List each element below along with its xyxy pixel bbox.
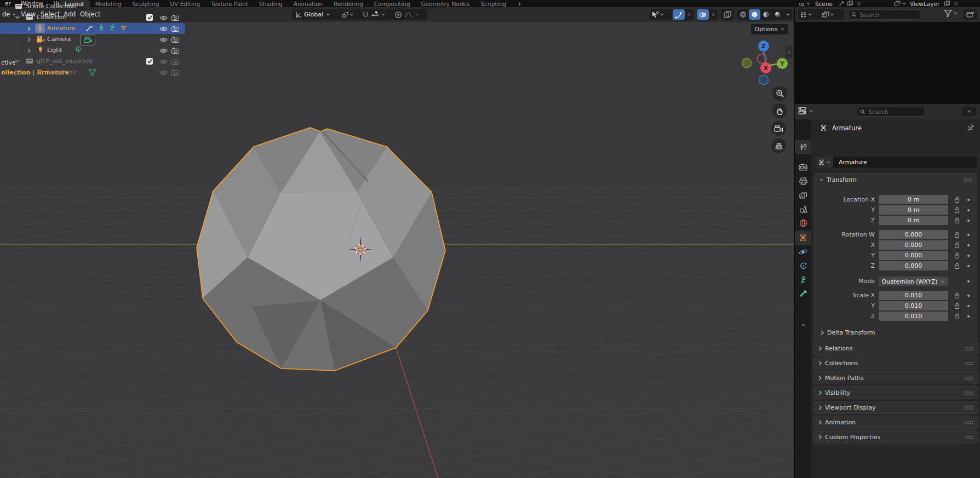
animate-dot[interactable] [967,255,970,257]
tab-rendering[interactable]: Rendering [328,0,369,7]
gizmo-minus-z[interactable] [759,76,769,85]
hide-eye-icon[interactable] [159,26,168,32]
properties-options-dropdown[interactable] [962,107,976,116]
unlink-scene-icon[interactable] [856,1,862,7]
animate-dot[interactable] [967,305,970,307]
zoom-tool-button[interactable] [772,86,787,101]
scene-name[interactable]: Scene [811,1,837,7]
panel-drag-handle[interactable] [965,435,973,439]
pivot-point-dropdown[interactable] [340,9,360,20]
lock-open-icon[interactable] [954,303,960,309]
transform-orientation-dropdown[interactable]: Global [292,9,342,20]
outliner-row-scene-collection[interactable]: Scene Collection [0,1,185,12]
new-collection-button[interactable] [964,9,977,20]
object-tab-active[interactable] [795,231,811,245]
lock-open-icon[interactable] [954,263,960,269]
snap-magnet-icon[interactable] [362,11,369,18]
new-scene-icon[interactable] [847,1,853,7]
disable-render-icon[interactable] [171,69,179,76]
rotation-y-field[interactable]: 0.000 [879,251,948,260]
expand-arrow-icon[interactable] [27,26,31,31]
outliner-row-light[interactable]: Light [0,45,185,56]
tab-overflow-chevron[interactable] [795,318,811,332]
expand-arrow-icon[interactable] [27,48,31,53]
shading-material-button[interactable] [760,9,772,20]
lock-open-icon[interactable] [954,232,960,238]
rotation-x-field[interactable]: 0.000 [879,240,948,250]
proportional-editing-icon[interactable] [394,11,402,19]
show-overlays-toggle[interactable] [697,9,709,20]
outliner-row-collection[interactable]: Collection [0,12,185,23]
motion-paths-panel[interactable]: Motion Paths [813,371,978,384]
animate-dot[interactable] [967,265,970,267]
xray-toggle[interactable] [721,9,734,20]
gizmo-x-axis[interactable]: X [760,62,771,73]
scene-tab[interactable] [795,202,811,216]
collections-panel[interactable]: Collections [813,356,978,370]
viewport-3d[interactable]: ctive ollection | Armature Options Z Y X [0,22,794,478]
rotation-z-field[interactable]: 0.000 [879,261,948,270]
exclude-checkbox-checked[interactable] [146,58,153,65]
gizmo-y-axis[interactable]: Y [777,58,788,69]
animate-dot[interactable] [967,220,970,222]
hide-eye-icon[interactable] [159,59,168,65]
animate-dot[interactable] [967,199,970,201]
chevron-down-icon[interactable] [381,13,386,16]
gizmo-z-axis[interactable]: Z [758,41,769,51]
animation-panel[interactable]: Animation [813,416,978,429]
filter-dropdown[interactable] [944,9,958,17]
lock-open-icon[interactable] [954,242,960,249]
sidebar-toggle[interactable]: ‹ [786,46,793,58]
rotation-mode-dropdown[interactable]: Quaternion (WXYZ) [879,277,948,286]
panel-drag-handle[interactable] [965,391,973,395]
shading-wireframe-button[interactable] [737,9,749,20]
tab-shading[interactable]: Shading [254,0,288,7]
gizmos-dropdown[interactable] [685,9,694,20]
location-z-field[interactable]: 0 m [879,216,948,225]
breadcrumb-object-name[interactable]: Armature [832,124,862,132]
show-gizmos-toggle[interactable] [673,9,685,20]
editor-type-dropdown[interactable] [798,9,821,20]
hide-eye-icon[interactable] [159,37,168,43]
object-type-visibility-dropdown[interactable] [650,9,673,20]
options-button[interactable]: Options [751,24,788,34]
animate-dot[interactable] [967,280,970,283]
lock-open-icon[interactable] [954,207,960,214]
navigation-gizmo[interactable]: Z Y X [741,36,791,90]
exclude-checkbox-checked[interactable] [146,14,153,21]
lock-open-icon[interactable] [954,252,960,259]
display-mode-dropdown[interactable] [820,9,844,20]
gizmo-minus-x[interactable] [742,59,752,68]
object-data-tab[interactable] [795,273,811,287]
scale-z-field[interactable]: 0.010 [879,312,948,321]
view-layer-name[interactable]: ViewLayer [907,1,943,7]
icosphere-object[interactable] [197,128,445,371]
shading-rendered-button[interactable] [772,9,783,20]
remove-view-layer-icon[interactable] [953,1,959,7]
animate-dot[interactable] [967,234,970,236]
outliner-row-gltf-not-exported[interactable]: glTF_not_exported [0,56,185,67]
tab-compositing[interactable]: Compositing [369,0,416,7]
pin-id-icon[interactable] [967,124,975,131]
new-view-layer-icon[interactable] [944,1,950,7]
hide-eye-icon[interactable] [159,70,168,76]
id-type-dropdown[interactable] [816,157,833,168]
disable-render-icon[interactable] [171,47,179,54]
scale-y-field[interactable]: 0.010 [879,301,948,310]
view-layer-tab[interactable] [795,188,811,203]
chevron-down-icon[interactable] [806,2,811,5]
chevron-down-icon[interactable] [902,2,907,5]
panel-drag-handle[interactable] [965,347,973,350]
delta-transform-subpanel[interactable]: Delta Transform [820,327,973,338]
location-x-field[interactable]: 0 m [879,195,948,204]
collapse-chevron-icon[interactable] [15,15,20,20]
expand-arrow-icon[interactable] [27,70,31,75]
animate-dot[interactable] [967,244,970,246]
outliner-search-input[interactable] [858,11,917,19]
hide-eye-icon[interactable] [159,15,168,21]
pin-icon[interactable] [838,1,845,7]
panel-drag-handle[interactable] [965,421,973,424]
viewport-display-panel[interactable]: Viewport Display [813,401,978,414]
bone-tab[interactable] [795,286,811,300]
panel-drag-handle[interactable] [965,376,973,380]
